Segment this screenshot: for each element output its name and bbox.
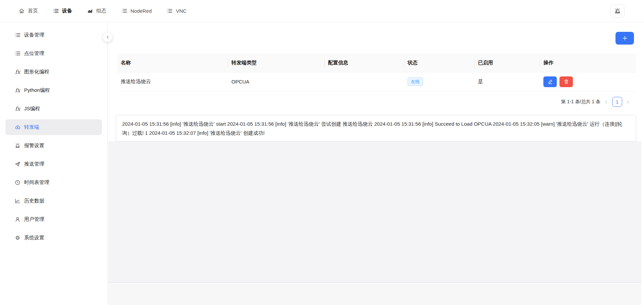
cell-enabled: 是	[475, 78, 540, 85]
alarm-button[interactable]	[610, 4, 625, 18]
previous-page-button[interactable]	[604, 100, 609, 105]
siren-icon	[614, 7, 621, 15]
list-icon	[14, 32, 21, 38]
scrollbar-track[interactable]	[641, 22, 644, 305]
sidebar-item-label: 图形化编程	[24, 69, 49, 75]
nav-item-label: 组态	[96, 8, 106, 14]
user-icon	[14, 216, 21, 223]
fx-icon: fx	[14, 87, 21, 94]
sidebar-item-label: 推送管理	[24, 161, 44, 167]
sidebar-item-label: 转发端	[24, 124, 39, 130]
sidebar-item-python-programming[interactable]: fx Python编程	[5, 82, 102, 98]
sidebar-item-label: 报警设置	[24, 142, 44, 149]
sidebar-item-schedule-management[interactable]: 时间表管理	[5, 175, 102, 190]
sidebar-item-device-management[interactable]: 设备管理	[5, 27, 102, 43]
column-header-name: 名称	[117, 54, 228, 72]
sidebar-item-label: 用户管理	[24, 216, 44, 223]
sidebar-item-label: 历史数据	[24, 198, 44, 204]
nav-item-home[interactable]: 首页	[18, 8, 38, 14]
list-icon	[14, 50, 21, 57]
sidebar-item-label: 时间表管理	[24, 179, 49, 186]
sidebar-item-graphical-programming[interactable]: fx 图形化编程	[5, 64, 102, 80]
edit-button[interactable]	[543, 76, 557, 87]
pagination: 第 1-1 条/总共 1 条 1	[561, 97, 631, 107]
list-icon	[53, 8, 59, 14]
footer-area	[108, 282, 644, 305]
sidebar-item-label: 点位管理	[24, 50, 44, 57]
list-icon	[121, 8, 127, 14]
send-icon	[14, 161, 21, 167]
trash-icon	[564, 79, 569, 84]
line-chart-icon	[14, 198, 21, 204]
delete-button[interactable]	[559, 76, 573, 87]
table-header-row: 名称 转发端类型 配置信息 状态 已启用 操作	[117, 54, 636, 72]
sidebar-item-history-data[interactable]: 历史数据	[5, 193, 102, 209]
cloud-upload-icon	[14, 124, 21, 130]
gear-icon: ⚙	[14, 235, 21, 241]
column-header-config: 配置信息	[325, 54, 404, 72]
nav-item-label: 首页	[28, 8, 38, 14]
sidebar: 设备管理 点位管理 fx 图形化编程 fx Python编程 fx JS编程 转…	[0, 22, 108, 305]
fx-icon: fx	[14, 106, 21, 112]
table-row: 推送给迅饶云 OPCUA 在线 是	[117, 72, 636, 91]
sidebar-item-system-settings[interactable]: ⚙ 系统设置	[5, 230, 102, 246]
nav-item-label: VNC	[176, 8, 186, 14]
sidebar-item-user-management[interactable]: 用户管理	[5, 211, 102, 227]
cell-type: OPCUA	[228, 79, 325, 84]
sidebar-item-point-management[interactable]: 点位管理	[5, 46, 102, 61]
status-badge: 在线	[408, 77, 423, 86]
cell-actions	[540, 76, 636, 87]
add-forwarder-button[interactable]	[615, 32, 634, 45]
siren-icon	[14, 142, 21, 149]
page-number-button[interactable]: 1	[612, 97, 622, 107]
plus-icon	[622, 35, 628, 42]
nav-item-label: NodeRed	[130, 8, 152, 14]
clock-icon	[14, 179, 21, 186]
sidebar-item-label: 系统设置	[24, 235, 44, 241]
column-header-enabled: 已启用	[475, 54, 540, 72]
fx-icon: fx	[14, 69, 21, 75]
column-header-status: 状态	[404, 54, 475, 72]
sidebar-item-js-programming[interactable]: fx JS编程	[5, 101, 102, 117]
home-icon	[18, 8, 25, 14]
pencil-icon	[547, 79, 553, 84]
sidebar-collapse-button[interactable]	[103, 33, 112, 42]
sidebar-item-push-management[interactable]: 推送管理	[5, 156, 102, 172]
forwarder-table: 名称 转发端类型 配置信息 状态 已启用 操作 推送给迅饶云 OPCUA 在线 …	[117, 54, 636, 91]
sidebar-item-label: Python编程	[24, 87, 50, 94]
pagination-summary: 第 1-1 条/总共 1 条	[561, 99, 600, 105]
nav-item-nodered[interactable]: NodeRed	[121, 8, 152, 14]
main-content: 名称 转发端类型 配置信息 状态 已启用 操作 推送给迅饶云 OPCUA 在线 …	[108, 22, 644, 305]
nav-item-vnc[interactable]: VNC	[166, 8, 186, 14]
next-page-button[interactable]	[626, 100, 631, 105]
cell-status: 在线	[404, 77, 475, 86]
chevron-right-icon	[626, 100, 631, 105]
content-background	[108, 141, 644, 282]
top-navbar: 首页 设备 组态 NodeRed	[0, 0, 644, 22]
sidebar-item-label: JS编程	[24, 106, 40, 112]
sidebar-item-alarm-settings[interactable]: 报警设置	[5, 138, 102, 154]
chevron-left-icon	[105, 35, 110, 40]
cell-name: 推送给迅饶云	[117, 78, 228, 85]
column-header-type: 转发端类型	[228, 54, 325, 72]
log-output: 2024-01-05 15:31:56 [info] '推送给迅饶云' star…	[116, 115, 636, 142]
nav-item-scada[interactable]: 组态	[87, 8, 106, 14]
sidebar-item-forwarder[interactable]: 转发端	[5, 119, 102, 135]
sidebar-item-label: 设备管理	[24, 32, 44, 38]
column-header-actions: 操作	[540, 54, 636, 72]
nav-item-label: 设备	[62, 8, 72, 14]
chevron-left-icon	[604, 100, 609, 105]
nav-item-device[interactable]: 设备	[53, 8, 72, 14]
chart-icon	[87, 8, 93, 14]
list-icon	[166, 8, 173, 14]
